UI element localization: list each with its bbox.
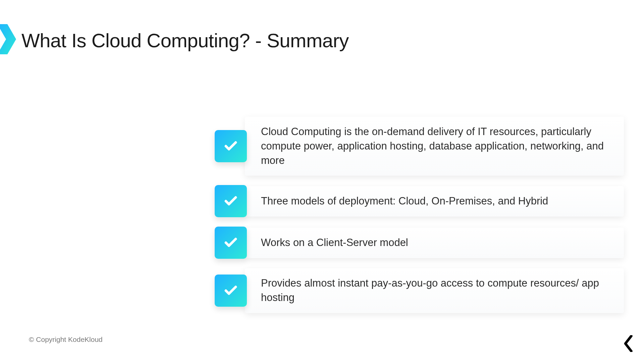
checkmark-icon: [223, 139, 238, 154]
chevron-left-icon: [622, 335, 634, 352]
check-box: [215, 185, 247, 217]
chevron-right-icon: [0, 24, 16, 54]
check-box: [215, 227, 247, 259]
slide-title: What Is Cloud Computing? - Summary: [21, 29, 349, 52]
check-box: [215, 130, 247, 162]
bullet-text: Provides almost instant pay-as-you-go ac…: [245, 268, 624, 313]
slide-header: What Is Cloud Computing? - Summary: [0, 0, 644, 54]
check-box: [215, 275, 247, 307]
bullet-item: Cloud Computing is the on-demand deliver…: [215, 117, 624, 176]
bullet-text: Cloud Computing is the on-demand deliver…: [245, 117, 624, 176]
bullet-text: Works on a Client-Server model: [245, 228, 624, 258]
checkmark-icon: [223, 283, 238, 298]
bullet-item: Provides almost instant pay-as-you-go ac…: [215, 268, 624, 313]
checkmark-icon: [223, 194, 238, 208]
copyright-text: © Copyright KodeKloud: [29, 336, 103, 344]
checkmark-icon: [223, 235, 238, 250]
bullet-list: Cloud Computing is the on-demand deliver…: [215, 117, 624, 313]
bullet-text: Three models of deployment: Cloud, On-Pr…: [245, 186, 624, 217]
bullet-item: Works on a Client-Server model: [215, 227, 624, 259]
bullet-item: Three models of deployment: Cloud, On-Pr…: [215, 185, 624, 217]
